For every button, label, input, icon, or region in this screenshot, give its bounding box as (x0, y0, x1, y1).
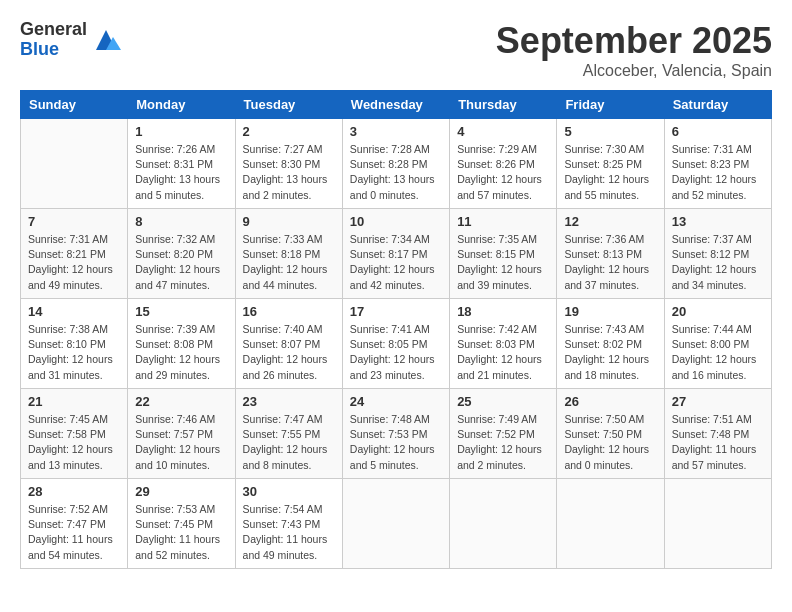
day-info: Sunrise: 7:27 AM Sunset: 8:30 PM Dayligh… (243, 142, 335, 203)
day-info: Sunrise: 7:45 AM Sunset: 7:58 PM Dayligh… (28, 412, 120, 473)
calendar-cell: 20Sunrise: 7:44 AM Sunset: 8:00 PM Dayli… (664, 299, 771, 389)
calendar-cell: 27Sunrise: 7:51 AM Sunset: 7:48 PM Dayli… (664, 389, 771, 479)
calendar-table: SundayMondayTuesdayWednesdayThursdayFrid… (20, 90, 772, 569)
day-number: 27 (672, 394, 764, 409)
day-number: 17 (350, 304, 442, 319)
calendar-cell: 6Sunrise: 7:31 AM Sunset: 8:23 PM Daylig… (664, 119, 771, 209)
day-number: 21 (28, 394, 120, 409)
calendar-cell: 19Sunrise: 7:43 AM Sunset: 8:02 PM Dayli… (557, 299, 664, 389)
weekday-header-saturday: Saturday (664, 91, 771, 119)
day-info: Sunrise: 7:52 AM Sunset: 7:47 PM Dayligh… (28, 502, 120, 563)
logo-general-text: General (20, 20, 87, 40)
weekday-header-friday: Friday (557, 91, 664, 119)
calendar-week-row: 21Sunrise: 7:45 AM Sunset: 7:58 PM Dayli… (21, 389, 772, 479)
calendar-cell: 12Sunrise: 7:36 AM Sunset: 8:13 PM Dayli… (557, 209, 664, 299)
calendar-cell: 25Sunrise: 7:49 AM Sunset: 7:52 PM Dayli… (450, 389, 557, 479)
calendar-cell: 3Sunrise: 7:28 AM Sunset: 8:28 PM Daylig… (342, 119, 449, 209)
location: Alcoceber, Valencia, Spain (496, 62, 772, 80)
day-number: 23 (243, 394, 335, 409)
logo: General Blue (20, 20, 121, 60)
day-info: Sunrise: 7:32 AM Sunset: 8:20 PM Dayligh… (135, 232, 227, 293)
day-number: 16 (243, 304, 335, 319)
calendar-cell (450, 479, 557, 569)
calendar-week-row: 28Sunrise: 7:52 AM Sunset: 7:47 PM Dayli… (21, 479, 772, 569)
day-info: Sunrise: 7:38 AM Sunset: 8:10 PM Dayligh… (28, 322, 120, 383)
calendar-week-row: 1Sunrise: 7:26 AM Sunset: 8:31 PM Daylig… (21, 119, 772, 209)
day-info: Sunrise: 7:39 AM Sunset: 8:08 PM Dayligh… (135, 322, 227, 383)
day-number: 14 (28, 304, 120, 319)
calendar-cell: 16Sunrise: 7:40 AM Sunset: 8:07 PM Dayli… (235, 299, 342, 389)
calendar-cell: 28Sunrise: 7:52 AM Sunset: 7:47 PM Dayli… (21, 479, 128, 569)
day-number: 5 (564, 124, 656, 139)
logo-icon (91, 25, 121, 55)
day-info: Sunrise: 7:43 AM Sunset: 8:02 PM Dayligh… (564, 322, 656, 383)
calendar-cell: 2Sunrise: 7:27 AM Sunset: 8:30 PM Daylig… (235, 119, 342, 209)
day-info: Sunrise: 7:42 AM Sunset: 8:03 PM Dayligh… (457, 322, 549, 383)
day-info: Sunrise: 7:44 AM Sunset: 8:00 PM Dayligh… (672, 322, 764, 383)
day-number: 4 (457, 124, 549, 139)
calendar-cell: 4Sunrise: 7:29 AM Sunset: 8:26 PM Daylig… (450, 119, 557, 209)
calendar-cell (21, 119, 128, 209)
day-number: 28 (28, 484, 120, 499)
day-info: Sunrise: 7:53 AM Sunset: 7:45 PM Dayligh… (135, 502, 227, 563)
day-number: 24 (350, 394, 442, 409)
day-number: 3 (350, 124, 442, 139)
day-number: 1 (135, 124, 227, 139)
day-info: Sunrise: 7:28 AM Sunset: 8:28 PM Dayligh… (350, 142, 442, 203)
calendar-cell: 15Sunrise: 7:39 AM Sunset: 8:08 PM Dayli… (128, 299, 235, 389)
day-info: Sunrise: 7:35 AM Sunset: 8:15 PM Dayligh… (457, 232, 549, 293)
day-number: 29 (135, 484, 227, 499)
calendar-cell: 23Sunrise: 7:47 AM Sunset: 7:55 PM Dayli… (235, 389, 342, 479)
title-block: September 2025 Alcoceber, Valencia, Spai… (496, 20, 772, 80)
day-number: 18 (457, 304, 549, 319)
calendar-cell: 8Sunrise: 7:32 AM Sunset: 8:20 PM Daylig… (128, 209, 235, 299)
weekday-header-row: SundayMondayTuesdayWednesdayThursdayFrid… (21, 91, 772, 119)
day-info: Sunrise: 7:41 AM Sunset: 8:05 PM Dayligh… (350, 322, 442, 383)
day-number: 25 (457, 394, 549, 409)
day-info: Sunrise: 7:37 AM Sunset: 8:12 PM Dayligh… (672, 232, 764, 293)
calendar-cell: 18Sunrise: 7:42 AM Sunset: 8:03 PM Dayli… (450, 299, 557, 389)
day-number: 9 (243, 214, 335, 229)
day-info: Sunrise: 7:47 AM Sunset: 7:55 PM Dayligh… (243, 412, 335, 473)
calendar-cell: 17Sunrise: 7:41 AM Sunset: 8:05 PM Dayli… (342, 299, 449, 389)
day-info: Sunrise: 7:31 AM Sunset: 8:21 PM Dayligh… (28, 232, 120, 293)
day-number: 7 (28, 214, 120, 229)
day-info: Sunrise: 7:29 AM Sunset: 8:26 PM Dayligh… (457, 142, 549, 203)
day-info: Sunrise: 7:48 AM Sunset: 7:53 PM Dayligh… (350, 412, 442, 473)
calendar-cell: 1Sunrise: 7:26 AM Sunset: 8:31 PM Daylig… (128, 119, 235, 209)
day-info: Sunrise: 7:36 AM Sunset: 8:13 PM Dayligh… (564, 232, 656, 293)
day-number: 8 (135, 214, 227, 229)
calendar-cell: 7Sunrise: 7:31 AM Sunset: 8:21 PM Daylig… (21, 209, 128, 299)
calendar-cell: 14Sunrise: 7:38 AM Sunset: 8:10 PM Dayli… (21, 299, 128, 389)
calendar-cell: 22Sunrise: 7:46 AM Sunset: 7:57 PM Dayli… (128, 389, 235, 479)
weekday-header-wednesday: Wednesday (342, 91, 449, 119)
day-number: 19 (564, 304, 656, 319)
day-number: 30 (243, 484, 335, 499)
calendar-week-row: 7Sunrise: 7:31 AM Sunset: 8:21 PM Daylig… (21, 209, 772, 299)
day-info: Sunrise: 7:34 AM Sunset: 8:17 PM Dayligh… (350, 232, 442, 293)
weekday-header-sunday: Sunday (21, 91, 128, 119)
day-number: 15 (135, 304, 227, 319)
calendar-cell: 9Sunrise: 7:33 AM Sunset: 8:18 PM Daylig… (235, 209, 342, 299)
day-info: Sunrise: 7:31 AM Sunset: 8:23 PM Dayligh… (672, 142, 764, 203)
day-number: 11 (457, 214, 549, 229)
day-info: Sunrise: 7:51 AM Sunset: 7:48 PM Dayligh… (672, 412, 764, 473)
calendar-cell (664, 479, 771, 569)
calendar-cell: 24Sunrise: 7:48 AM Sunset: 7:53 PM Dayli… (342, 389, 449, 479)
day-info: Sunrise: 7:50 AM Sunset: 7:50 PM Dayligh… (564, 412, 656, 473)
day-number: 6 (672, 124, 764, 139)
day-number: 2 (243, 124, 335, 139)
calendar-cell: 29Sunrise: 7:53 AM Sunset: 7:45 PM Dayli… (128, 479, 235, 569)
day-info: Sunrise: 7:46 AM Sunset: 7:57 PM Dayligh… (135, 412, 227, 473)
weekday-header-thursday: Thursday (450, 91, 557, 119)
calendar-cell: 26Sunrise: 7:50 AM Sunset: 7:50 PM Dayli… (557, 389, 664, 479)
day-info: Sunrise: 7:26 AM Sunset: 8:31 PM Dayligh… (135, 142, 227, 203)
day-info: Sunrise: 7:40 AM Sunset: 8:07 PM Dayligh… (243, 322, 335, 383)
weekday-header-monday: Monday (128, 91, 235, 119)
calendar-week-row: 14Sunrise: 7:38 AM Sunset: 8:10 PM Dayli… (21, 299, 772, 389)
logo-blue-text: Blue (20, 40, 87, 60)
calendar-cell (557, 479, 664, 569)
calendar-cell: 30Sunrise: 7:54 AM Sunset: 7:43 PM Dayli… (235, 479, 342, 569)
calendar-cell: 5Sunrise: 7:30 AM Sunset: 8:25 PM Daylig… (557, 119, 664, 209)
calendar-cell: 13Sunrise: 7:37 AM Sunset: 8:12 PM Dayli… (664, 209, 771, 299)
